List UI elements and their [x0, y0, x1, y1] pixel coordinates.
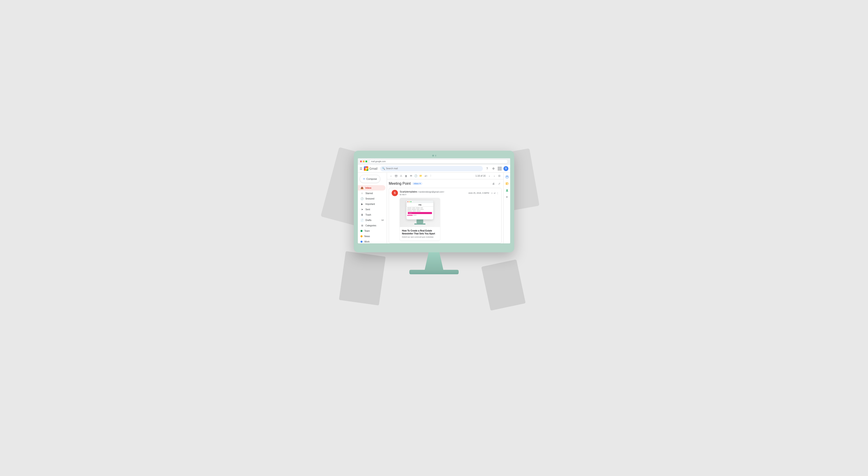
delete-button[interactable]: 🗑 [404, 173, 408, 178]
back-button[interactable]: ← [389, 173, 394, 178]
email-toolbar: ← ⚠ 🗑 ✉ 🕐 📁 🏷 ⋮ [387, 173, 503, 179]
star-message-button[interactable]: ☆ [491, 192, 493, 194]
chrome-min-dot [363, 161, 365, 162]
settings-icon[interactable]: ⚙ [491, 166, 496, 171]
email-thread: Meeting Point Inbox ✕ 🖨 ⤢ [387, 179, 503, 243]
drafts-badge: 14 [381, 219, 383, 221]
mock-screen: July [406, 200, 433, 219]
to-me-chevron[interactable]: ▾ [405, 194, 406, 196]
sidebar-label-snoozed: Snoozed [366, 198, 374, 200]
chrome-bar: mail.google.com [358, 158, 510, 165]
chrome-address-bar[interactable]: mail.google.com [369, 160, 508, 164]
archive-button[interactable] [394, 173, 399, 178]
chrome-max-dot [366, 161, 367, 162]
chrome-dots [360, 161, 367, 162]
sidebar-item-team[interactable]: Team [358, 228, 385, 234]
mock-stand [416, 219, 423, 224]
sidebar-label-important: Important [366, 203, 375, 205]
monitor-stand [421, 252, 447, 270]
message-header[interactable]: S Scarlytemplates <randomdesign@gmail.co… [389, 188, 501, 198]
thread-title: Meeting Point [389, 181, 411, 185]
inbox-icon: 📥 [361, 186, 364, 190]
prev-page-button[interactable]: ‹ [487, 173, 492, 178]
add-panel-icon[interactable]: + [504, 195, 509, 200]
open-in-new-button[interactable]: ⊡ [497, 173, 502, 178]
snooze-button[interactable]: 🕐 [413, 173, 418, 178]
gmail-logo: M Gmail [364, 166, 377, 171]
more-message-button[interactable]: ⋮ [497, 192, 499, 194]
report-spam-button[interactable]: ⚠ [399, 173, 404, 178]
sidebar-label-trash: Trash [366, 214, 371, 216]
monitor-top-bar [358, 155, 510, 157]
thread-actions-right: 🖨 ⤢ [491, 181, 502, 186]
inbox-chip-close[interactable]: ✕ [419, 182, 421, 185]
chrome-close-dot [360, 161, 362, 162]
open-full-button[interactable]: ⤢ [497, 181, 502, 186]
google-m-logo: M [364, 166, 368, 171]
inbox-chip[interactable]: Inbox ✕ [412, 182, 422, 185]
work-label-dot [361, 241, 363, 243]
gmail-top-bar: ☰ M Gmail 🔍 ? ⚙ [358, 165, 510, 173]
sidebar-item-sent[interactable]: ➤ Sent [358, 207, 385, 212]
mic-dot [435, 155, 436, 157]
thread-subject: Meeting Point Inbox ✕ 🖨 ⤢ [389, 181, 502, 186]
gmail-container: ☰ M Gmail 🔍 ? ⚙ [358, 165, 510, 243]
sidebar-item-drafts[interactable]: 📄 Drafts 14 [358, 217, 385, 223]
sender-email: <randomdesign@gmail.com> [418, 191, 444, 193]
sidebar-item-trash[interactable]: 🗑 Trash [358, 212, 385, 217]
screen: mail.google.com ☰ M Gmail 🔍 [358, 158, 510, 243]
move-to-button[interactable]: 📁 [418, 173, 423, 178]
important-icon: ▶ [361, 203, 364, 206]
newsletter-title: How To Create a Real Estate Newsletter T… [402, 229, 438, 235]
sidebar-label-categories: Categories [366, 224, 376, 227]
news-label-dot [361, 235, 363, 237]
search-input[interactable] [386, 167, 481, 170]
label-button[interactable]: 🏷 [423, 173, 428, 178]
sidebar-label-starred: Starred [366, 192, 373, 195]
newsletter-content: How To Create a Real Estate Newsletter T… [400, 227, 440, 240]
tasks-panel-icon[interactable] [504, 181, 509, 186]
newsletter-subtitle: Delerit aur aed commodi quis molestiae. [402, 236, 438, 238]
sidebar-item-important[interactable]: ▶ Important [358, 201, 385, 207]
hamburger-icon[interactable]: ☰ [360, 167, 363, 170]
sender-avatar: S [392, 190, 398, 196]
contacts-panel-icon[interactable] [504, 188, 509, 193]
sidebar-item-inbox[interactable]: 📥 Inbox [358, 185, 385, 191]
apps-icon[interactable] [497, 166, 502, 171]
sidebar: + Compose 📥 Inbox ☆ Starred [358, 173, 387, 243]
calendar-panel-icon[interactable] [504, 174, 509, 179]
to-me-text: to me ▾ [400, 194, 468, 196]
sidebar-item-work[interactable]: Work [358, 239, 385, 243]
mark-unread-button[interactable]: ✉ [408, 173, 413, 178]
right-panel: + [503, 173, 510, 243]
sidebar-label-team: Team [364, 230, 370, 232]
mock-base [414, 224, 426, 225]
svg-rect-0 [395, 175, 397, 176]
sidebar-item-starred[interactable]: ☆ Starred [358, 191, 385, 196]
next-page-button[interactable]: › [492, 173, 497, 178]
support-icon[interactable]: ? [485, 166, 490, 171]
imac: mail.google.com ☰ M Gmail 🔍 [354, 151, 514, 274]
sidebar-item-categories[interactable]: ⊞ Categories [358, 223, 385, 228]
inbox-chip-label: Inbox [414, 182, 419, 185]
compose-label: Compose [366, 177, 377, 180]
reply-button[interactable]: ↩ [494, 192, 496, 194]
newsletter-image: July [400, 198, 440, 227]
sidebar-label-news: News [364, 235, 370, 238]
newsletter-preview: July [400, 198, 440, 240]
monitor-base [409, 270, 459, 274]
sidebar-item-snoozed[interactable]: 🕐 Snoozed [358, 196, 385, 201]
team-label-dot [361, 230, 363, 232]
print-button[interactable]: 🖨 [491, 181, 496, 186]
search-bar[interactable]: 🔍 [380, 166, 483, 171]
sidebar-label-inbox: Inbox [366, 187, 371, 189]
drafts-icon: 📄 [361, 219, 364, 222]
sent-icon: ➤ [361, 208, 364, 211]
sidebar-item-news[interactable]: News [358, 234, 385, 239]
compose-button[interactable]: + Compose [360, 175, 380, 183]
pagination-text: 1-16 of 16 [475, 175, 486, 177]
gmail-logo-text: Gmail [369, 167, 377, 170]
avatar[interactable]: S [503, 166, 508, 171]
more-toolbar-button[interactable]: ⋮ [428, 173, 433, 178]
message-date: June 25, 2018, 3:36PM [468, 192, 489, 194]
